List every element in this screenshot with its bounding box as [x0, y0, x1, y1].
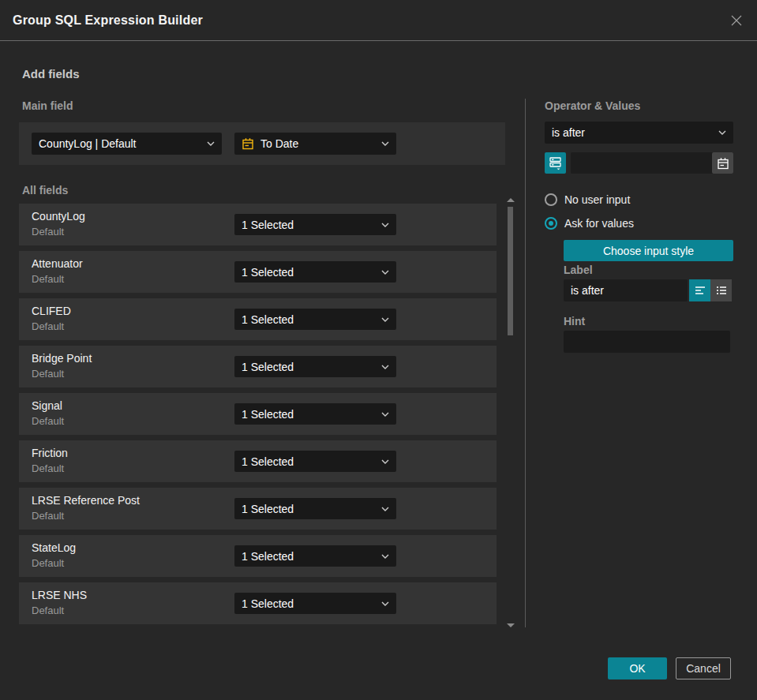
- cancel-button[interactable]: Cancel: [676, 657, 731, 679]
- chevron-down-icon: [381, 507, 389, 511]
- label-style-list-button[interactable]: [710, 279, 732, 301]
- field-name: LRSE NHS: [32, 589, 87, 601]
- field-row-bridge-point: Bridge Point Default 1 Selected: [19, 346, 497, 387]
- field-attribute-select[interactable]: 1 Selected: [234, 498, 396, 519]
- field-subtitle: Default: [32, 557, 64, 569]
- field-attribute-select-value: 1 Selected: [242, 597, 294, 610]
- add-fields-heading: Add fields: [22, 67, 80, 80]
- field-row-signal: Signal Default 1 Selected: [19, 393, 497, 435]
- field-attribute-select[interactable]: 1 Selected: [234, 593, 396, 614]
- value-input[interactable]: [571, 152, 733, 174]
- stacked-values-icon: [549, 156, 562, 170]
- scrollbar-thumb[interactable]: [508, 207, 513, 335]
- group-sql-expression-builder-dialog: Group SQL Expression Builder Add fields …: [0, 0, 757, 700]
- radio-label: Ask for values: [564, 217, 634, 230]
- field-subtitle: Default: [32, 605, 64, 616]
- field-subtitle: Default: [32, 462, 64, 474]
- field-attribute-select-value: 1 Selected: [242, 361, 294, 373]
- chevron-down-icon: [381, 223, 389, 227]
- field-attribute-select[interactable]: 1 Selected: [234, 403, 396, 425]
- date-picker-button[interactable]: [712, 152, 733, 174]
- main-field-select[interactable]: CountyLog | Default: [32, 133, 222, 155]
- field-attribute-select-value: 1 Selected: [242, 313, 294, 326]
- hint-label: Hint: [564, 315, 585, 328]
- field-attribute-select[interactable]: 1 Selected: [234, 356, 396, 377]
- field-attribute-select-value: 1 Selected: [242, 503, 294, 515]
- field-name: Signal: [32, 399, 62, 412]
- operator-values-heading: Operator & Values: [545, 99, 640, 112]
- field-row-lrse-reference-post: LRSE Reference Post Default 1 Selected: [19, 488, 497, 530]
- field-name: Bridge Point: [32, 352, 92, 365]
- field-row-friction: Friction Default 1 Selected: [19, 440, 497, 482]
- radio-selected-icon: [545, 217, 557, 230]
- hint-input[interactable]: [564, 331, 730, 353]
- field-name: CountyLog: [32, 210, 85, 223]
- field-subtitle: Default: [32, 273, 64, 285]
- field-name: StateLog: [32, 541, 76, 554]
- field-row-statelog: StateLog Default 1 Selected: [19, 535, 497, 577]
- field-attribute-select[interactable]: 1 Selected: [234, 545, 396, 567]
- field-subtitle: Default: [32, 226, 64, 238]
- field-subtitle: Default: [32, 415, 64, 427]
- field-row-countylog: CountyLog Default 1 Selected: [19, 204, 497, 245]
- field-attribute-select-value: 1 Selected: [242, 455, 294, 468]
- dialog-header: Group SQL Expression Builder: [0, 0, 757, 41]
- close-icon: [729, 13, 744, 28]
- field-attribute-select-value: 1 Selected: [242, 266, 294, 279]
- field-name: Attenuator: [32, 257, 83, 270]
- scrollbar-down-arrow-icon[interactable]: [507, 623, 515, 627]
- field-subtitle: Default: [32, 510, 64, 522]
- calendar-icon: [242, 137, 254, 150]
- field-subtitle: Default: [32, 320, 64, 332]
- chevron-down-icon: [718, 130, 726, 135]
- radio-label: No user input: [564, 193, 630, 206]
- label-label: Label: [564, 264, 593, 276]
- field-attribute-select[interactable]: 1 Selected: [234, 261, 396, 283]
- all-fields-label: All fields: [22, 184, 68, 197]
- field-name: CLIFED: [32, 305, 71, 317]
- align-left-icon: [694, 284, 706, 297]
- chevron-down-icon: [381, 141, 389, 146]
- dialog-title: Group SQL Expression Builder: [13, 13, 203, 28]
- radio-unselected-icon: [545, 193, 557, 206]
- close-button[interactable]: [727, 11, 746, 30]
- chevron-down-icon: [381, 459, 389, 464]
- radio-no-user-input[interactable]: No user input: [545, 193, 630, 206]
- field-attribute-select-value: 1 Selected: [242, 408, 294, 421]
- bulleted-list-icon: [715, 284, 728, 297]
- field-row-attenuator: Attenuator Default 1 Selected: [19, 251, 497, 293]
- choose-input-style-button[interactable]: Choose input style: [564, 240, 733, 261]
- panel-divider: [525, 99, 526, 627]
- field-attribute-select-value: 1 Selected: [242, 219, 294, 231]
- main-field-select-value: CountyLog | Default: [39, 137, 137, 150]
- calendar-icon: [717, 157, 729, 170]
- field-attribute-select[interactable]: 1 Selected: [234, 451, 396, 472]
- chevron-down-icon: [381, 365, 389, 369]
- main-field-band: CountyLog | Default To Date: [19, 122, 505, 165]
- field-subtitle: Default: [32, 368, 64, 380]
- date-field-select-value: To Date: [260, 137, 298, 150]
- field-attribute-select[interactable]: 1 Selected: [234, 214, 396, 235]
- field-row-lrse-nhs: LRSE NHS Default 1 Selected: [19, 582, 497, 624]
- chevron-down-icon: [207, 141, 215, 146]
- chevron-down-icon: [381, 554, 389, 559]
- scrollbar-up-arrow-icon[interactable]: [507, 198, 515, 202]
- chevron-down-icon: [381, 412, 389, 417]
- field-attribute-select[interactable]: 1 Selected: [234, 309, 396, 330]
- field-attribute-select-value: 1 Selected: [242, 550, 294, 563]
- field-row-clifed: CLIFED Default 1 Selected: [19, 298, 497, 340]
- field-name: LRSE Reference Post: [32, 494, 140, 507]
- ok-button[interactable]: OK: [608, 657, 667, 679]
- label-style-text-button[interactable]: [689, 279, 710, 301]
- main-field-label: Main field: [22, 99, 73, 112]
- chevron-down-icon: [381, 601, 389, 606]
- operator-select[interactable]: is after: [545, 122, 733, 144]
- label-input[interactable]: [564, 279, 688, 301]
- radio-ask-for-values[interactable]: Ask for values: [545, 217, 634, 230]
- input-type-button[interactable]: [545, 152, 566, 174]
- operator-select-value: is after: [552, 126, 585, 139]
- date-field-select[interactable]: To Date: [234, 133, 396, 155]
- field-name: Friction: [32, 447, 68, 459]
- chevron-down-icon: [381, 317, 389, 322]
- chevron-down-icon: [381, 270, 389, 275]
